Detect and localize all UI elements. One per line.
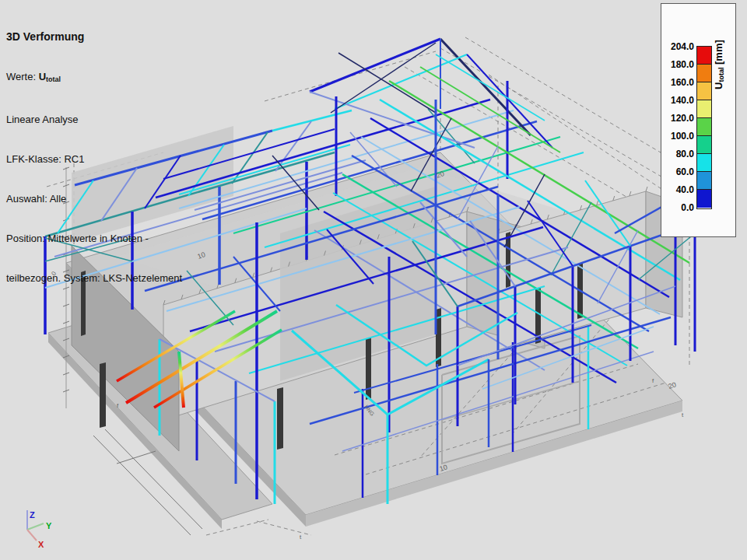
result-values-line: Werte: Utotal xyxy=(6,70,182,86)
result-title: 3D Verformung xyxy=(6,30,182,44)
svg-text:t: t xyxy=(300,534,302,541)
legend-color-cell xyxy=(697,118,711,136)
svg-text:Z: Z xyxy=(30,510,35,520)
svg-text:Y: Y xyxy=(46,521,52,530)
color-scale-legend: Utotal [mm] 204.0180.0160.0140.0120.0100… xyxy=(661,3,736,237)
legend-tick: 160.0 xyxy=(663,77,694,88)
legend-color-cell xyxy=(697,154,711,172)
legend-color-cell xyxy=(697,100,711,118)
legend-tick: 80.0 xyxy=(663,149,694,159)
legend-tick: 120.0 xyxy=(663,113,694,124)
legend-color-cell xyxy=(697,136,711,154)
legend-tick: 180.0 xyxy=(663,59,694,70)
result-analysis-line: Lineare Analyse xyxy=(6,113,182,126)
orientation-axes: ZYX xyxy=(27,510,52,549)
legend-tick: 100.0 xyxy=(663,131,694,142)
legend-color-cell xyxy=(697,47,711,65)
result-info-panel: 3D Verformung Werte: Utotal Lineare Anal… xyxy=(6,4,182,298)
legend-color-cell xyxy=(697,82,711,100)
legend-color-cell xyxy=(697,190,711,208)
result-class-line: LFK-Klasse: RC1 xyxy=(6,152,182,166)
legend-tick: 40.0 xyxy=(663,184,694,195)
result-selection-line: Auswahl: Alle xyxy=(6,192,182,205)
legend-tick: 140.0 xyxy=(663,95,694,106)
svg-text:t: t xyxy=(682,411,684,418)
svg-text:X: X xyxy=(38,540,44,549)
legend-color-bar xyxy=(696,46,712,209)
legend-color-cell xyxy=(697,172,711,190)
legend-color-cell xyxy=(697,65,711,82)
svg-text:20: 20 xyxy=(668,380,678,390)
result-position-line1: Position: Mittelwerte in Knoten - xyxy=(6,232,182,245)
legend-tick: 60.0 xyxy=(663,166,694,177)
legend-title: Utotal [mm] xyxy=(713,15,725,89)
legend-tick: 0.0 xyxy=(663,202,694,213)
result-position-line2: teilbezogen. System: LKS-Netzelement xyxy=(6,271,182,285)
legend-tick: 204.0 xyxy=(663,41,694,52)
